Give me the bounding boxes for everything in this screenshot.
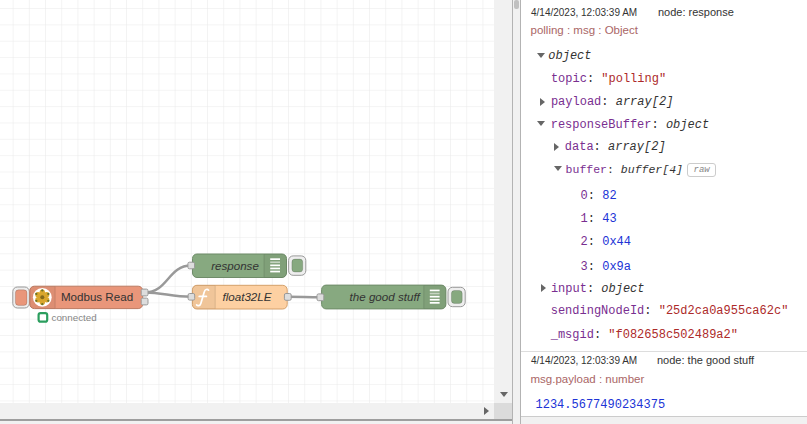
svg-text:float32LE: float32LE <box>223 290 272 303</box>
svg-text:Modbus Read: Modbus Read <box>61 290 133 303</box>
svg-text:the good stuff: the good stuff <box>350 290 422 303</box>
svg-text:response: response <box>211 259 259 272</box>
svg-text:connected: connected <box>52 312 97 323</box>
